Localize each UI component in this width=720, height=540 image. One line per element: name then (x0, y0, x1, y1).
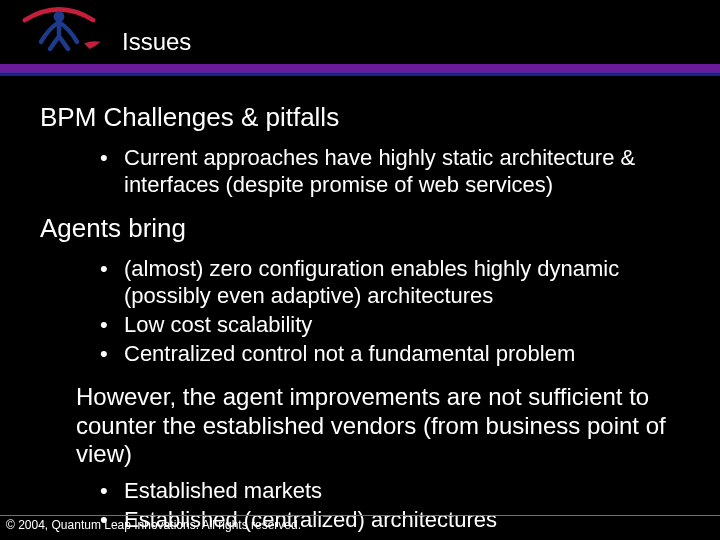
bullet-list-bpm: Current approaches have highly static ar… (40, 145, 700, 199)
copyright-text: © 2004, Quantum Leap Innovations. All ri… (6, 518, 301, 532)
list-item: Established markets (100, 478, 700, 505)
slide-title: Issues (122, 28, 191, 56)
slide-body: BPM Challenges & pitfalls Current approa… (0, 80, 720, 534)
list-item: Current approaches have highly static ar… (100, 145, 700, 199)
list-item: Low cost scalability (100, 312, 700, 339)
paragraph-however: However, the agent improvements are not … (40, 383, 700, 468)
header-divider (0, 64, 720, 80)
bullet-list-agents: (almost) zero configuration enables high… (40, 256, 700, 367)
company-logo-icon (14, 4, 104, 58)
list-item: (almost) zero configuration enables high… (100, 256, 700, 310)
section-heading-agents: Agents bring (40, 213, 700, 244)
section-heading-bpm: BPM Challenges & pitfalls (40, 102, 700, 133)
slide-header: Issues (0, 0, 720, 64)
list-item: Centralized control not a fundamental pr… (100, 341, 700, 368)
footer-divider (0, 515, 720, 516)
